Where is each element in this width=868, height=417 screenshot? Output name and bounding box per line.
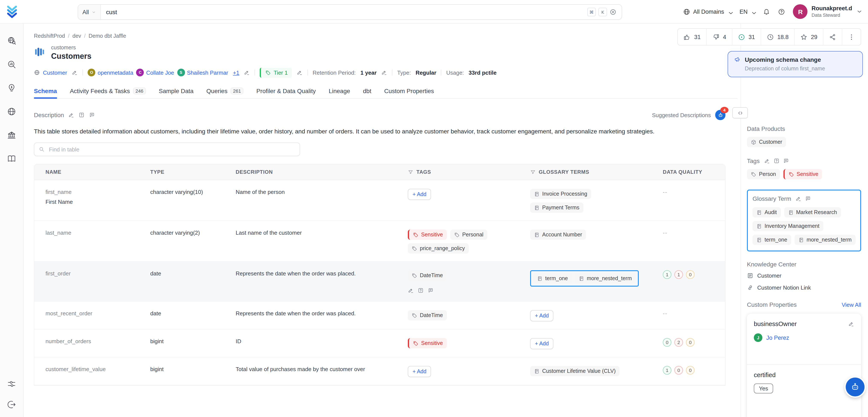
tags-conversation-icon[interactable] [428, 288, 434, 294]
knowledge-item[interactable]: Customer [747, 272, 861, 279]
tab-activity-feeds-tasks[interactable]: Activity Feeds & Tasks246 [70, 88, 146, 98]
tag-chip[interactable]: Payment Terms [530, 203, 583, 213]
breadcrumb-item[interactable]: Demo dbt Jaffle [89, 33, 126, 39]
owner-item[interactable]: CCollate Joe [136, 69, 174, 76]
tag-chip[interactable]: Personal [450, 230, 487, 240]
dq-failed-badge[interactable]: 1 [674, 270, 683, 279]
notifications-bell-icon[interactable] [763, 8, 770, 15]
knowledge-item[interactable]: Customer Notion Link [747, 284, 861, 291]
owner-item[interactable]: SShailesh Parmar [177, 69, 228, 76]
dq-aborted-badge[interactable]: 0 [686, 366, 694, 375]
stat-thumbs-up[interactable]: 31 [678, 29, 707, 45]
ai-suggestions-button[interactable]: 4 [715, 110, 725, 120]
stat-share[interactable] [824, 29, 842, 45]
stat-task[interactable]: 31 [732, 29, 761, 45]
code-view-toggle-button[interactable] [732, 107, 748, 119]
dq-aborted-badge[interactable]: 0 [686, 270, 694, 279]
request-tags-icon[interactable] [773, 158, 779, 164]
tag-chip[interactable]: Sensitive [408, 230, 447, 240]
edit-owners-icon[interactable] [244, 69, 250, 75]
explore-icon[interactable] [7, 36, 16, 45]
table-row[interactable]: first_nameFirst Namecharacter varying(10… [34, 181, 725, 221]
dq-passed-badge[interactable]: 1 [663, 366, 672, 375]
tab-dbt[interactable]: dbt [363, 88, 371, 98]
tag-chip[interactable]: more_nested_term [795, 235, 856, 245]
dq-aborted-badge[interactable]: 0 [686, 338, 694, 347]
tab-queries[interactable]: Queries261 [207, 88, 244, 98]
breadcrumb-item[interactable]: RedshiftProd [34, 33, 65, 39]
tag-chip[interactable]: price_range_policy [408, 244, 469, 254]
request-description-icon[interactable] [79, 112, 85, 118]
stat-thumbs-down[interactable]: 4 [707, 29, 732, 45]
insights-icon[interactable] [7, 83, 16, 93]
add-button[interactable]: + Add [408, 366, 431, 377]
edit-description-icon[interactable] [68, 112, 74, 118]
clear-search-icon[interactable] [610, 8, 616, 15]
domains-selector[interactable]: All Domains [683, 8, 732, 15]
search-scope-dropdown[interactable]: All [78, 5, 101, 19]
tab-custom-properties[interactable]: Custom Properties [384, 88, 434, 98]
tag-chip[interactable]: DateTime [408, 270, 447, 281]
tag-chip[interactable]: Account Number [530, 230, 586, 240]
add-button[interactable]: + Add [408, 189, 431, 200]
table-row[interactable]: last_namecharacter varying(2)Last name o… [34, 221, 725, 262]
tag-chip[interactable]: more_nested_term [575, 274, 636, 284]
filter-funnel-icon[interactable] [408, 169, 413, 175]
add-button[interactable]: + Add [530, 310, 554, 322]
tag-chip[interactable]: Customer Lifetime Value (CLV) [530, 366, 619, 377]
edit-glossary-icon[interactable] [796, 196, 802, 202]
owners-more-link[interactable]: +1 [233, 69, 239, 76]
tab-sample-data[interactable]: Sample Data [159, 88, 194, 98]
tag-chip[interactable]: Customer [747, 137, 786, 147]
breadcrumb-item[interactable]: dev [72, 33, 81, 39]
search-input[interactable] [101, 8, 587, 15]
chat-assistant-button[interactable] [846, 378, 865, 396]
owner-item[interactable]: Oopenmetadata [88, 69, 133, 76]
filter-funnel-icon[interactable] [530, 169, 536, 175]
dq-failed-badge[interactable]: 0 [674, 366, 683, 375]
table-row[interactable]: first_orderdateRepresents the date when … [34, 262, 725, 302]
tag-chip[interactable]: Sensitive [783, 169, 822, 179]
logout-icon[interactable] [7, 400, 16, 409]
domain-link[interactable]: Customer [34, 69, 67, 76]
description-conversation-icon[interactable] [89, 112, 95, 118]
tag-chip[interactable]: Person [747, 169, 780, 179]
tag-chip[interactable]: term_one [752, 235, 791, 245]
edit-business-owner-icon[interactable] [848, 321, 854, 327]
edit-tags-icon[interactable] [764, 158, 770, 164]
tag-chip[interactable]: Inventory Management [752, 221, 824, 231]
language-selector[interactable]: EN [739, 8, 755, 15]
find-in-table-input[interactable] [48, 146, 296, 153]
stat-kebab[interactable] [842, 29, 861, 45]
edit-domain-icon[interactable] [72, 69, 78, 75]
table-row[interactable]: most_recent_orderdateRepresents the date… [34, 302, 725, 330]
tab-profiler-data-quality[interactable]: Profiler & Data Quality [256, 88, 316, 98]
view-all-link[interactable]: View All [842, 301, 861, 308]
dq-failed-badge[interactable]: 2 [674, 338, 683, 347]
tags-conversation-icon[interactable] [783, 158, 789, 164]
settings-sliders-icon[interactable] [7, 379, 16, 389]
govern-icon[interactable] [7, 130, 16, 140]
tab-schema[interactable]: Schema [34, 88, 57, 98]
tag-chip[interactable]: Invoice Processing [530, 189, 591, 199]
table-row[interactable]: customer_lifetime_valuebigintTotal value… [34, 358, 725, 385]
glossary-conversation-icon[interactable] [805, 196, 811, 202]
add-button[interactable]: + Add [530, 338, 554, 349]
announcement-banner[interactable]: Upcoming schema change Deprecation of co… [727, 51, 863, 77]
request-tags-icon[interactable] [418, 288, 424, 294]
observability-icon[interactable] [7, 60, 16, 69]
tag-chip[interactable]: term_one [533, 274, 572, 284]
learn-icon[interactable] [7, 154, 16, 163]
tier-chip[interactable]: Tier 1 [260, 68, 292, 77]
edit-retention-icon[interactable] [381, 69, 388, 75]
tag-chip[interactable]: Audit [752, 207, 781, 218]
tag-chip[interactable]: Market Research [784, 207, 841, 218]
table-row[interactable]: number_of_ordersbigintIDSensitive+ Add02… [34, 330, 725, 358]
tab-lineage[interactable]: Lineage [329, 88, 350, 98]
edit-tier-icon[interactable] [297, 69, 303, 75]
app-logo-icon[interactable] [6, 5, 19, 18]
edit-tags-icon[interactable] [408, 288, 414, 294]
tag-chip[interactable]: DateTime [408, 310, 447, 321]
stat-history[interactable]: 18.8 [761, 29, 795, 45]
domains-globe-icon[interactable] [7, 107, 16, 116]
